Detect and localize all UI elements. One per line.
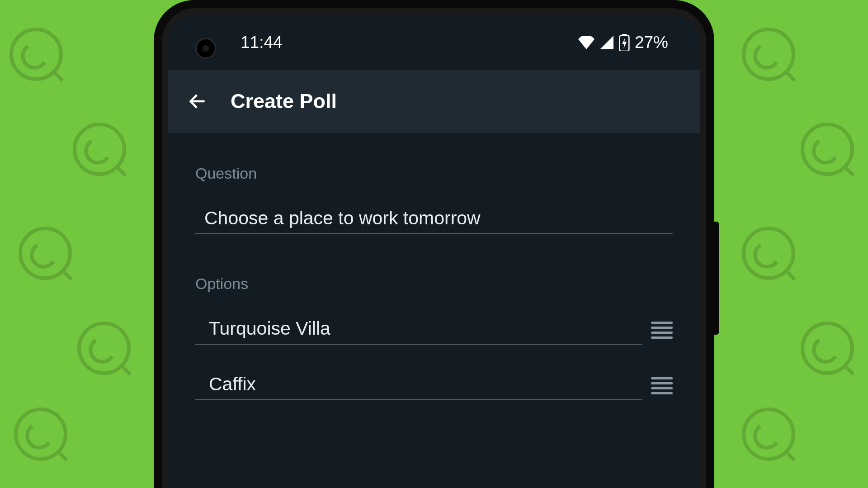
status-time: 11:44 <box>241 33 283 52</box>
option-row <box>195 371 673 400</box>
phone-frame-outer: 11:44 27% Create Poll <box>154 0 714 488</box>
phone-screen: 11:44 27% Create Poll <box>168 14 700 488</box>
options-label: Options <box>195 275 673 293</box>
arrow-left-icon <box>187 91 207 111</box>
drag-handle-icon[interactable] <box>651 377 673 395</box>
drag-handle-icon[interactable] <box>651 321 673 339</box>
question-label: Question <box>195 165 673 182</box>
battery-percent: 27% <box>635 33 668 52</box>
back-button[interactable] <box>186 90 208 112</box>
battery-icon <box>618 34 630 51</box>
option-input-2[interactable] <box>195 371 642 400</box>
option-row <box>195 315 673 345</box>
question-input[interactable] <box>195 205 673 234</box>
wifi-icon <box>578 36 595 49</box>
page-title: Create Poll <box>231 90 337 113</box>
app-bar: Create Poll <box>168 70 700 133</box>
phone-frame-inner: 11:44 27% Create Poll <box>162 8 706 488</box>
options-section: Options <box>195 275 673 400</box>
option-input-1[interactable] <box>195 315 642 345</box>
status-indicators: 27% <box>578 33 668 52</box>
phone-side-button <box>714 222 719 335</box>
status-bar: 11:44 27% <box>168 14 700 48</box>
camera-punch-hole <box>195 38 216 59</box>
cellular-icon <box>599 36 614 49</box>
form-content: Question Options <box>168 133 700 400</box>
